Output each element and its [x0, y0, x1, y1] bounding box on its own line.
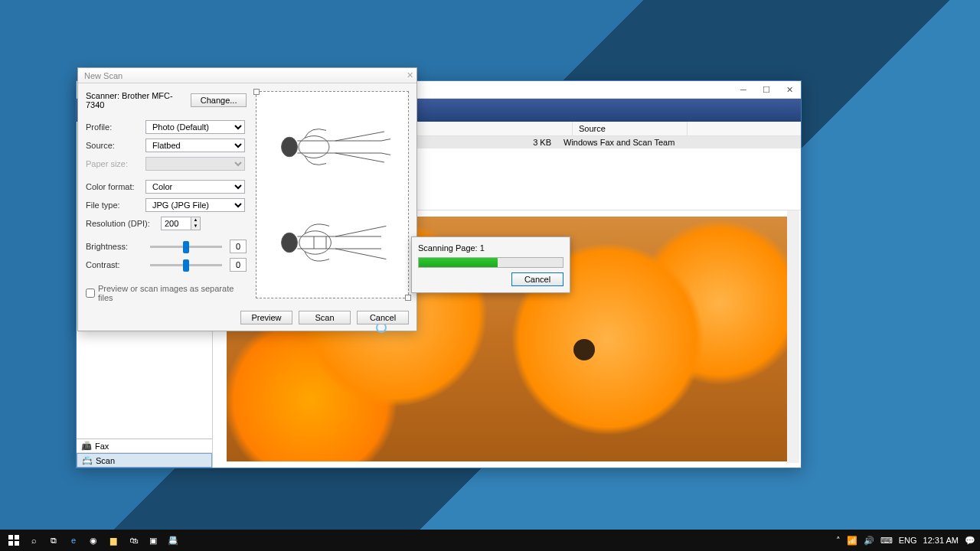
fax-scan-taskbar-icon[interactable]: 📇: [164, 531, 182, 549]
vertical-scrollbar[interactable]: [787, 210, 799, 463]
search-icon[interactable]: ⌕: [24, 531, 43, 549]
separate-files-label: Preview or scan images as separate files: [98, 284, 247, 302]
svg-rect-5: [15, 535, 19, 540]
resolution-input[interactable]: [161, 217, 191, 230]
colorformat-label: Color format:: [86, 182, 142, 191]
filetype-select[interactable]: JPG (JPG File): [145, 198, 245, 212]
preview-canvas[interactable]: [256, 91, 409, 298]
source-label: Source:: [86, 141, 142, 150]
svg-point-2: [282, 233, 298, 253]
taskbar: ⌕ ⧉ e ◉ ▆ 🛍 ▣ 📇 ˄ 📶 🔊 ⌨ ENG 12:31 AM 💬: [0, 530, 980, 551]
progress-cancel-button[interactable]: Cancel: [511, 272, 564, 286]
svg-rect-4: [8, 535, 13, 540]
progress-fill: [419, 258, 498, 267]
filetype-label: File type:: [86, 201, 142, 210]
close-button[interactable]: ✕: [778, 82, 801, 97]
contrast-value[interactable]: 0: [230, 258, 247, 272]
brightness-value[interactable]: 0: [230, 240, 247, 253]
edge-icon[interactable]: e: [64, 531, 83, 549]
profile-select[interactable]: Photo (Default): [145, 120, 245, 134]
dialog-titlebar: New Scan ✕: [78, 68, 416, 83]
body-sketch-back: [271, 109, 394, 185]
app1-icon[interactable]: ▣: [144, 531, 162, 549]
tray-clock[interactable]: 12:31 AM: [923, 536, 959, 545]
scanning-progress-dialog: Scanning Page: 1 Cancel: [411, 236, 570, 293]
svg-rect-7: [15, 541, 19, 546]
brightness-label: Brightness:: [86, 242, 142, 251]
tray-chevron-icon[interactable]: ˄: [836, 536, 841, 546]
profile-label: Profile:: [86, 122, 142, 132]
cell-source: Windows Fax and Scan Team: [557, 136, 688, 148]
start-button[interactable]: [5, 531, 23, 549]
col-source[interactable]: Source: [573, 122, 688, 135]
nav-label-scan: Scan: [96, 456, 115, 465]
spin-down-icon[interactable]: ▼: [191, 223, 200, 230]
papersize-label: Paper size:: [86, 159, 142, 168]
preview-button[interactable]: Preview: [240, 311, 292, 324]
contrast-slider[interactable]: [150, 264, 222, 266]
file-explorer-icon[interactable]: ▆: [104, 531, 122, 549]
maximize-button[interactable]: ☐: [755, 82, 778, 97]
dialog-close-icon[interactable]: ✕: [407, 70, 413, 80]
resolution-label: Resolution (DPI):: [86, 219, 158, 228]
tray-input-icon[interactable]: ⌨: [880, 536, 893, 546]
brightness-slider[interactable]: [150, 246, 222, 248]
change-scanner-button[interactable]: Change...: [191, 93, 247, 107]
colorformat-select[interactable]: Color: [145, 180, 245, 194]
svg-rect-6: [8, 541, 13, 546]
resolution-spinner[interactable]: ▲▼: [161, 217, 201, 230]
busy-cursor-icon: [376, 322, 387, 333]
dialog-title: New Scan: [84, 71, 122, 80]
minimize-button[interactable]: ─: [732, 82, 755, 97]
tray-notifications-icon[interactable]: 💬: [965, 536, 975, 546]
store-icon[interactable]: 🛍: [124, 531, 142, 549]
tray-network-icon[interactable]: 📶: [847, 536, 858, 546]
contrast-label: Contrast:: [86, 260, 142, 269]
scan-button[interactable]: Scan: [299, 311, 351, 324]
nav-item-scan[interactable]: 📇 Scan: [77, 453, 212, 468]
fax-icon: 📠: [81, 441, 92, 451]
papersize-select: [145, 157, 245, 171]
new-scan-dialog: New Scan ✕ Scanner: Brother MFC-7340 Cha…: [77, 67, 417, 331]
source-select[interactable]: Flatbed: [145, 139, 245, 152]
scanner-label: Scanner: Brother MFC-7340: [86, 91, 191, 109]
progress-bar: [418, 257, 564, 268]
scan-icon: 📇: [82, 455, 93, 465]
task-view-icon[interactable]: ⧉: [44, 531, 63, 549]
tray-lang[interactable]: ENG: [899, 536, 917, 545]
spin-up-icon[interactable]: ▲: [191, 217, 200, 223]
chrome-icon[interactable]: ◉: [84, 531, 103, 549]
body-sketch-front: [271, 204, 394, 281]
nav-item-fax[interactable]: 📠 Fax: [77, 439, 212, 453]
nav-label-fax: Fax: [95, 442, 109, 451]
tray-volume-icon[interactable]: 🔊: [864, 536, 874, 546]
separate-files-checkbox[interactable]: [86, 289, 95, 298]
svg-point-0: [282, 137, 298, 157]
svg-point-1: [299, 136, 329, 158]
progress-label: Scanning Page: 1: [418, 243, 564, 253]
